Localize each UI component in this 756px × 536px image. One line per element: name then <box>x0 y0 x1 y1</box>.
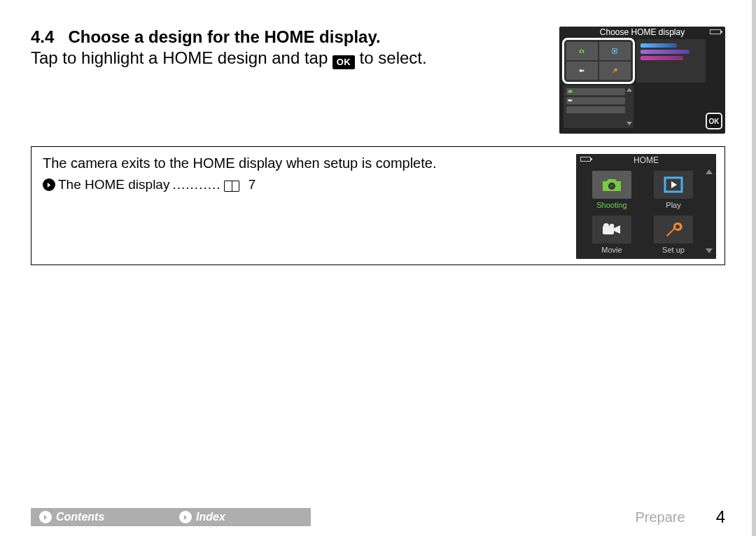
chevron-down-icon <box>706 248 713 253</box>
scrollbar[interactable] <box>705 169 713 253</box>
home-item-play[interactable]: Play <box>646 169 701 210</box>
home-item-label: Set up <box>662 246 685 254</box>
arrow-right-icon <box>43 178 55 191</box>
step-body-2: to select. <box>360 48 427 67</box>
home-item-label: Play <box>666 201 680 209</box>
wrench-icon <box>654 216 693 244</box>
ok-inline-icon: OK <box>332 55 355 69</box>
note-link-label: The HOME display <box>58 176 169 194</box>
footer-section: Prepare <box>635 508 715 526</box>
theme-option-1[interactable] <box>564 39 634 83</box>
step-number: 4.4 <box>31 27 54 46</box>
home-item-label: Movie <box>601 246 622 254</box>
camera-icon <box>566 42 598 60</box>
step-title: Choose a design for the HOME display. <box>68 27 380 46</box>
camera-icon <box>592 171 631 199</box>
ok-button[interactable]: OK <box>706 113 722 129</box>
footer-contents-label: Contents <box>56 511 104 523</box>
battery-icon <box>710 29 721 34</box>
figure-home: HOME Shooting Play <box>576 154 716 259</box>
figure-choose-home: Choose HOME display <box>559 27 725 134</box>
step-text: 4.4 Choose a design for the HOME display… <box>31 27 547 69</box>
svg-point-5 <box>610 183 614 188</box>
note-page-ref: 7 <box>248 176 256 194</box>
right-thumb-tab <box>752 0 756 536</box>
home-item-label: Shooting <box>596 201 626 209</box>
note-box: The camera exits to the HOME display whe… <box>31 146 725 265</box>
arrow-right-icon <box>179 511 192 523</box>
chevron-up-icon <box>706 169 713 174</box>
svg-point-0 <box>581 50 582 52</box>
camera-icon <box>566 88 625 95</box>
home-item-shooting[interactable]: Shooting <box>584 169 639 210</box>
play-icon <box>654 171 693 199</box>
note-link[interactable]: The HOME display ........... 7 <box>43 176 566 194</box>
note-text: The camera exits to the HOME display whe… <box>43 154 566 172</box>
arrow-right-icon <box>39 511 52 523</box>
footer: Contents Index Prepare 4 <box>31 508 725 526</box>
battery-icon <box>580 157 591 162</box>
play-icon <box>599 42 631 60</box>
footer-contents-tab[interactable]: Contents <box>31 508 171 526</box>
theme-choices <box>564 39 706 128</box>
figure2-title: HOME <box>576 155 716 165</box>
svg-rect-3 <box>568 99 571 101</box>
footer-page-number: 4 <box>716 508 725 526</box>
footer-index-label: Index <box>196 511 225 523</box>
book-icon <box>224 181 239 192</box>
svg-rect-2 <box>580 69 582 71</box>
step-body-1: Tap to highlight a HOME design and tap <box>31 48 328 67</box>
footer-index-tab[interactable]: Index <box>171 508 311 526</box>
home-item-setup[interactable]: Set up <box>646 214 701 255</box>
theme-option-2[interactable] <box>636 39 706 83</box>
movie-icon <box>592 216 631 244</box>
figure1-title: Choose HOME display <box>559 27 725 37</box>
svg-point-9 <box>610 223 614 227</box>
movie-icon <box>566 62 598 80</box>
theme-option-empty <box>636 85 706 129</box>
svg-point-8 <box>603 223 609 229</box>
movie-icon <box>566 97 625 104</box>
theme-option-3[interactable] <box>564 85 634 129</box>
wrench-icon <box>599 62 631 80</box>
note-link-dots: ........... <box>172 176 220 194</box>
home-item-movie[interactable]: Movie <box>584 214 639 255</box>
